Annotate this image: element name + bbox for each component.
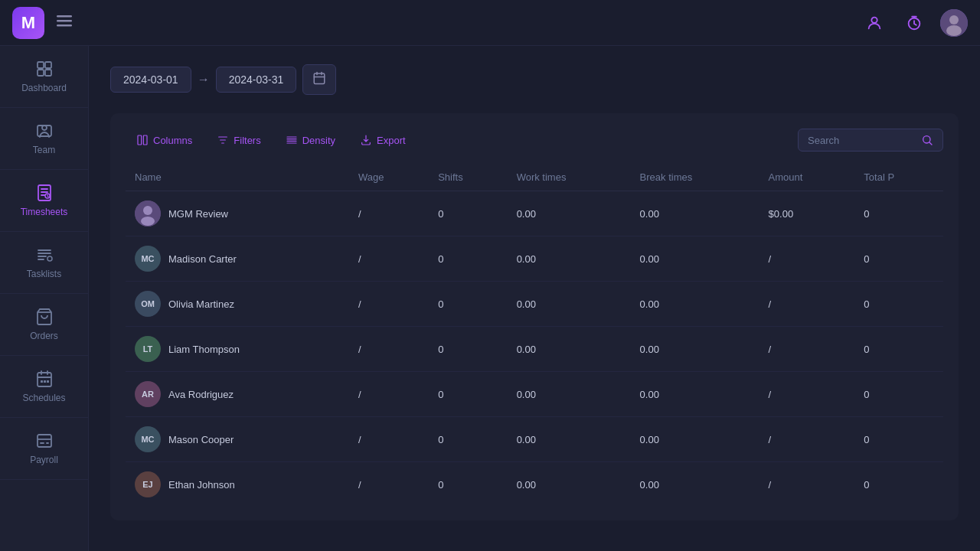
payroll-icon [35, 432, 54, 450]
export-button[interactable]: Export [349, 129, 416, 152]
sidebar-item-orders[interactable]: Orders [0, 294, 88, 356]
date-arrow: → [198, 73, 210, 86]
timer-icon-btn[interactable] [900, 9, 928, 37]
cell-amount: / [760, 327, 855, 372]
sidebar-item-timesheets[interactable]: Timesheets [0, 170, 88, 232]
cell-name: ARAva Rodriguez [126, 372, 349, 417]
member-name: Olivia Martinez [168, 298, 234, 310]
cell-shifts: 0 [429, 236, 507, 282]
table-row[interactable]: ARAva Rodriguez/00.000.00/0 [126, 372, 943, 417]
sidebar-item-timesheets-label: Timesheets [21, 207, 68, 217]
density-button[interactable]: Density [275, 129, 346, 152]
cell-work-times: 0.00 [508, 282, 631, 327]
app-logo[interactable]: M [12, 7, 44, 39]
dashboard-icon [35, 60, 54, 78]
cell-work-times: 0.00 [508, 417, 631, 462]
cell-amount: $0.00 [760, 191, 855, 236]
sidebar-item-orders-label: Orders [30, 331, 58, 341]
columns-button[interactable]: Columns [126, 129, 203, 152]
col-amount: Amount [760, 164, 855, 191]
member-name: MGM Review [168, 208, 228, 220]
timesheets-icon [35, 184, 54, 202]
export-icon [360, 134, 372, 146]
timesheets-table-card: Columns Filters Density [110, 113, 959, 520]
svg-rect-8 [38, 62, 44, 68]
columns-icon [136, 134, 149, 146]
svg-rect-17 [38, 373, 51, 386]
table-row[interactable]: EJEthan Johnson/00.000.00/0 [126, 462, 943, 507]
svg-point-7 [946, 25, 962, 36]
sidebar-item-tasklists[interactable]: Tasklists [0, 232, 88, 294]
svg-rect-13 [38, 126, 51, 136]
cell-shifts: 0 [429, 462, 507, 507]
cell-work-times: 0.00 [508, 462, 631, 507]
svg-rect-21 [38, 435, 51, 447]
cell-shifts: 0 [429, 372, 507, 417]
svg-point-3 [871, 17, 877, 22]
sidebar-item-schedules-label: Schedules [22, 393, 65, 403]
cell-work-times: 0.00 [508, 236, 631, 282]
schedules-icon [35, 370, 54, 388]
member-name: Ava Rodriguez [168, 389, 234, 400]
table-row[interactable]: MGM Review/00.000.00$0.000 [126, 191, 943, 236]
table-body: MGM Review/00.000.00$0.000MCMadison Cart… [126, 191, 943, 507]
svg-rect-22 [315, 73, 325, 84]
sidebar-item-payroll[interactable]: Payroll [0, 418, 88, 480]
svg-rect-19 [44, 380, 46, 383]
filters-button[interactable]: Filters [206, 129, 271, 152]
user-avatar[interactable] [940, 9, 968, 37]
topbar-actions [861, 9, 968, 37]
svg-rect-11 [45, 70, 51, 76]
cell-amount: / [760, 236, 855, 282]
date-end[interactable]: 2024-03-31 [216, 67, 297, 93]
table-row[interactable]: LTLiam Thompson/00.000.00/0 [126, 327, 943, 372]
table-row[interactable]: MCMason Cooper/00.000.00/0 [126, 417, 943, 462]
cell-work-times: 0.00 [508, 327, 631, 372]
cell-shifts: 0 [429, 417, 507, 462]
tasklists-icon [35, 246, 54, 264]
cell-wage: / [349, 282, 429, 327]
cell-wage: / [349, 462, 429, 507]
table-row[interactable]: MCMadison Carter/00.000.00/0 [126, 236, 943, 282]
cell-total-p: 0 [854, 462, 943, 507]
col-break-times: Break times [631, 164, 760, 191]
cell-wage: / [349, 372, 429, 417]
cell-name: EJEthan Johnson [126, 462, 349, 507]
cell-wage: / [349, 191, 429, 236]
sidebar-item-team[interactable]: Team [0, 108, 88, 170]
cell-name: MGM Review [126, 191, 349, 236]
density-icon [286, 134, 298, 146]
col-wage: Wage [349, 164, 429, 191]
cell-break-times: 0.00 [631, 462, 760, 507]
svg-point-27 [143, 206, 152, 215]
search-box [798, 129, 943, 152]
svg-rect-24 [143, 135, 147, 145]
table-toolbar: Columns Filters Density [126, 129, 943, 152]
filters-icon [217, 134, 229, 146]
search-input[interactable] [808, 135, 915, 146]
sidebar-item-dashboard[interactable]: Dashboard [0, 46, 88, 108]
sidebar-item-schedules[interactable]: Schedules [0, 356, 88, 418]
orders-icon [35, 308, 54, 326]
search-icon [921, 134, 933, 146]
cell-total-p: 0 [854, 327, 943, 372]
cell-amount: / [760, 372, 855, 417]
cell-name: MCMason Cooper [126, 417, 349, 462]
cell-break-times: 0.00 [631, 191, 760, 236]
cell-amount: / [760, 417, 855, 462]
cell-total-p: 0 [854, 191, 943, 236]
cell-name: MCMadison Carter [126, 236, 349, 282]
cell-name: LTLiam Thompson [126, 327, 349, 372]
user-icon-btn[interactable] [861, 9, 888, 37]
date-start[interactable]: 2024-03-01 [110, 67, 191, 93]
member-name: Mason Cooper [168, 434, 234, 445]
svg-rect-0 [57, 15, 72, 18]
cell-shifts: 0 [429, 191, 507, 236]
cell-amount: / [760, 462, 855, 507]
calendar-picker-button[interactable] [302, 64, 336, 95]
col-name: Name [126, 164, 349, 191]
svg-rect-20 [47, 380, 49, 383]
hamburger-menu[interactable] [57, 13, 72, 32]
table-row[interactable]: OMOlivia Martinez/00.000.00/0 [126, 282, 943, 327]
cell-work-times: 0.00 [508, 372, 631, 417]
